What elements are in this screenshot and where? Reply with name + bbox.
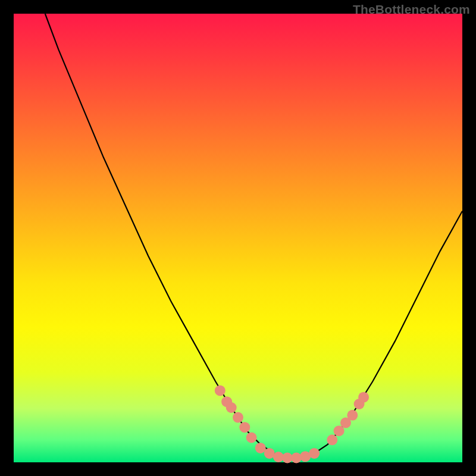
chart-frame: TheBottleneck.com [0, 0, 476, 476]
chart-svg [14, 14, 462, 462]
data-marker [215, 385, 226, 396]
data-marker [233, 412, 243, 423]
data-marker [255, 443, 266, 453]
marker-group [215, 385, 369, 463]
data-marker [246, 433, 257, 443]
data-marker [309, 448, 320, 459]
watermark-text: TheBottleneck.com [353, 2, 470, 17]
data-marker [327, 434, 337, 445]
data-marker [239, 422, 250, 433]
plot-area [14, 14, 462, 462]
data-marker [291, 453, 302, 464]
data-marker [358, 392, 369, 403]
data-marker [226, 402, 237, 413]
bottleneck-curve [45, 14, 462, 458]
data-marker [347, 410, 358, 421]
